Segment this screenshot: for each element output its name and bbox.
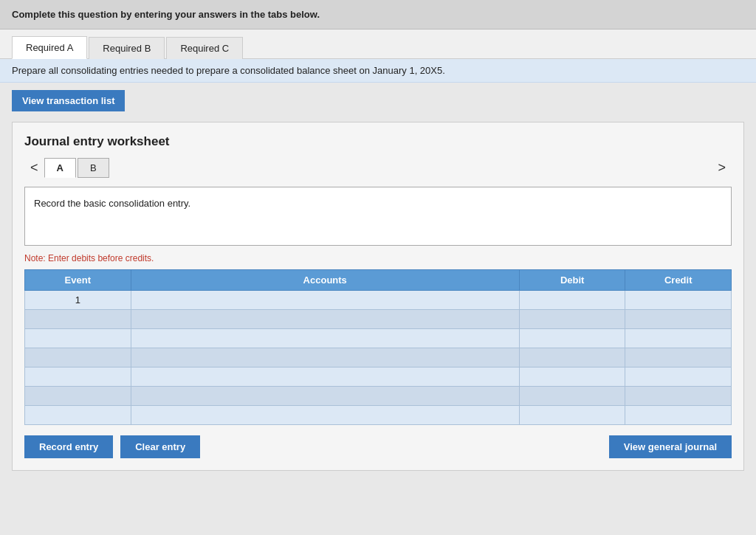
account-input[interactable] xyxy=(136,294,515,306)
credit-input[interactable] xyxy=(630,410,726,421)
event-cell xyxy=(25,406,131,425)
credit-cell[interactable] xyxy=(625,387,732,406)
credit-input[interactable] xyxy=(630,333,726,344)
tab-required-b[interactable]: Required B xyxy=(89,37,165,59)
event-cell xyxy=(25,310,131,329)
accounts-cell[interactable] xyxy=(131,406,519,425)
event-cell xyxy=(25,329,131,348)
account-input[interactable] xyxy=(136,410,515,421)
credit-input[interactable] xyxy=(630,352,726,363)
credit-cell[interactable] xyxy=(625,329,732,348)
debit-input[interactable] xyxy=(524,410,621,421)
debit-cell[interactable] xyxy=(519,387,625,406)
table-row: 1 xyxy=(25,291,732,310)
accounts-cell[interactable] xyxy=(131,291,519,310)
accounts-cell[interactable] xyxy=(131,329,519,348)
table-row xyxy=(25,310,732,329)
event-cell: 1 xyxy=(25,291,131,310)
col-header-credit: Credit xyxy=(625,270,732,291)
debit-input[interactable] xyxy=(524,333,621,344)
top-instruction: Complete this question by entering your … xyxy=(0,0,756,30)
chevron-right-button[interactable]: > xyxy=(712,159,732,177)
bottom-buttons: Record entry Clear entry View general jo… xyxy=(24,435,732,458)
credit-input[interactable] xyxy=(630,294,726,306)
tab-required-a[interactable]: Required A xyxy=(12,36,87,59)
table-row xyxy=(25,367,732,387)
account-input[interactable] xyxy=(136,333,515,344)
debit-input[interactable] xyxy=(524,390,621,401)
sub-tab-a[interactable]: A xyxy=(44,158,76,178)
credit-cell[interactable] xyxy=(625,367,732,387)
credit-input[interactable] xyxy=(630,314,726,325)
col-header-debit: Debit xyxy=(519,270,625,291)
debit-cell[interactable] xyxy=(519,406,625,425)
view-general-journal-button[interactable]: View general journal xyxy=(609,435,732,458)
debit-cell[interactable] xyxy=(519,367,625,387)
account-input[interactable] xyxy=(136,314,515,325)
account-input[interactable] xyxy=(136,352,515,363)
account-input[interactable] xyxy=(136,371,515,382)
table-row xyxy=(25,348,732,367)
event-cell xyxy=(25,387,131,406)
account-input[interactable] xyxy=(136,390,515,401)
col-header-accounts: Accounts xyxy=(131,270,519,291)
debit-cell[interactable] xyxy=(519,310,625,329)
chevron-left-button[interactable]: < xyxy=(24,159,44,177)
table-row xyxy=(25,387,732,406)
view-transaction-list-button[interactable]: View transaction list xyxy=(12,90,125,111)
credit-cell[interactable] xyxy=(625,310,732,329)
tab-required-c[interactable]: Required C xyxy=(166,37,243,59)
record-entry-button[interactable]: Record entry xyxy=(24,435,113,458)
col-header-event: Event xyxy=(25,270,131,291)
debit-input[interactable] xyxy=(524,371,621,382)
sub-tabs-row: < A B > xyxy=(24,158,732,178)
table-row xyxy=(25,329,732,348)
accounts-cell[interactable] xyxy=(131,348,519,367)
credit-input[interactable] xyxy=(630,371,726,382)
clear-entry-button[interactable]: Clear entry xyxy=(120,435,200,458)
accounts-cell[interactable] xyxy=(131,310,519,329)
journal-card: Journal entry worksheet < A B > Record t… xyxy=(12,122,744,471)
sub-tab-b[interactable]: B xyxy=(78,158,109,178)
note-text: Note: Enter debits before credits. xyxy=(24,253,732,263)
table-row xyxy=(25,406,732,425)
credit-cell[interactable] xyxy=(625,406,732,425)
debit-input[interactable] xyxy=(524,294,621,306)
debit-input[interactable] xyxy=(524,314,621,325)
debit-cell[interactable] xyxy=(519,291,625,310)
credit-cell[interactable] xyxy=(625,348,732,367)
accounts-cell[interactable] xyxy=(131,387,519,406)
accounts-cell[interactable] xyxy=(131,367,519,387)
debit-cell[interactable] xyxy=(519,348,625,367)
credit-cell[interactable] xyxy=(625,291,732,310)
event-cell xyxy=(25,348,131,367)
entry-description: Record the basic consolidation entry. xyxy=(24,187,732,246)
debit-input[interactable] xyxy=(524,352,621,363)
event-cell xyxy=(25,367,131,387)
tabs-container: Required A Required B Required C xyxy=(0,30,756,59)
journal-table: Event Accounts Debit Credit 1 xyxy=(24,269,732,425)
journal-title: Journal entry worksheet xyxy=(24,134,732,149)
debit-cell[interactable] xyxy=(519,329,625,348)
credit-input[interactable] xyxy=(630,390,726,401)
info-bar: Prepare all consolidating entries needed… xyxy=(0,59,756,83)
